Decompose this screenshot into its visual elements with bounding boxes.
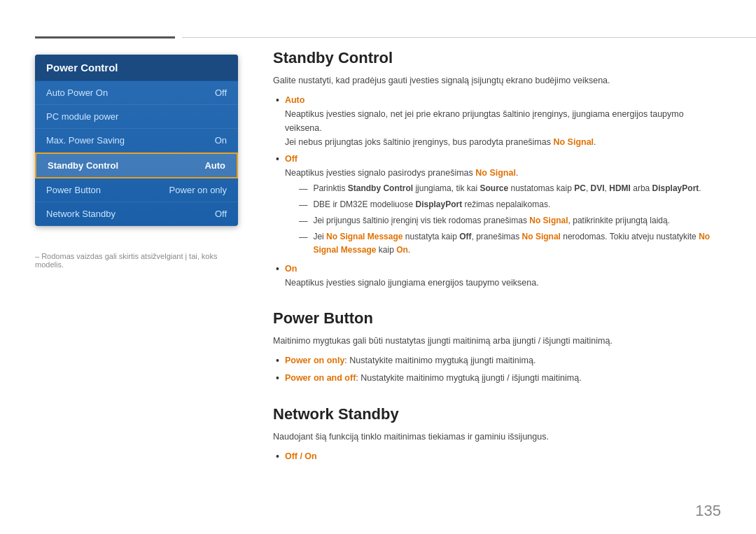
menu-value-max-power-saving: On	[215, 135, 227, 146]
menu-label-auto-power-on: Auto Power On	[46, 87, 108, 98]
menu-label-pc-module: PC module power	[46, 111, 118, 122]
bullet-dot-power-on-off: •	[276, 371, 279, 386]
top-lines	[0, 36, 756, 38]
bullet-power-on-off: • Power on and off: Nustatykite maitinim…	[273, 371, 721, 386]
bullet-label-on: On	[285, 264, 297, 274]
section-network-standby: Network Standby Naudojant šią funkciją t…	[273, 405, 721, 464]
bullet-label-auto: Auto	[285, 95, 304, 105]
dash-content-2: DBE ir DM32E modeliuose DisplayPort reži…	[313, 198, 550, 211]
dash-mark-3: ―	[299, 214, 308, 228]
menu-value-standby-control: Auto	[204, 160, 225, 171]
standby-control-title: Standby Control	[273, 49, 721, 67]
bullet-text-off-1: Neaptikus įvesties signalo pasirodys pra…	[285, 168, 475, 178]
bullet-text-auto-2: Jei nebus prijungtas joks šaltinio įreng…	[285, 137, 554, 147]
power-button-desc: Maitinimo mygtukas gali būti nustatytas …	[273, 335, 721, 348]
power-on-only-text: : Nustatykite maitinimo mygtuką įjungti …	[344, 356, 536, 365]
menu-label-network-standby: Network Standby	[46, 209, 115, 219]
bullet-content-auto: Auto Neaptikus įvesties signalo, net jei…	[285, 93, 721, 149]
section-standby-control: Standby Control Galite nustatyti, kad pr…	[273, 49, 721, 290]
dash-content-1: Parinktis Standby Control įjungiama, tik…	[313, 182, 701, 195]
menu-item-max-power-saving[interactable]: Max. Power Saving On	[35, 129, 238, 153]
menu-item-pc-module[interactable]: PC module power	[35, 105, 238, 129]
menu-item-power-button[interactable]: Power Button Power on only	[35, 178, 238, 202]
bullet-dot-off: •	[276, 152, 279, 167]
standby-control-desc: Galite nustatyti, kad pradėjus gauti įve…	[273, 74, 721, 87]
power-on-off-text: : Nustatykite maitinimo mygtuką įjungti …	[356, 373, 581, 383]
menu-label-standby-control: Standby Control	[48, 160, 118, 171]
power-control-menu: Power Control Auto Power On Off PC modul…	[35, 55, 238, 226]
bullet-off: • Off Neaptikus įvesties signalo pasirod…	[273, 152, 721, 259]
dash-mark-2: ―	[299, 198, 308, 212]
dash-content-3: Jei prijungus šaltinio įrenginį vis tiek…	[313, 214, 670, 227]
bullet-off-on: • Off / On	[273, 449, 721, 464]
bullet-content-off-on: Off / On	[285, 449, 317, 463]
top-line-dark	[35, 36, 175, 38]
bullet-content-on: On Neaptikus įvesties signalo įjungiama …	[285, 262, 539, 290]
menu-item-network-standby[interactable]: Network Standby Off	[35, 202, 238, 226]
dash-mark-1: ―	[299, 182, 308, 196]
no-signal-highlight-1: No Signal	[553, 137, 594, 147]
bullet-text-on: Neaptikus įvesties signalo įjungiama ene…	[285, 278, 539, 288]
dash-mark-4: ―	[299, 230, 308, 244]
menu-item-auto-power-on[interactable]: Auto Power On Off	[35, 81, 238, 105]
top-line-light	[182, 37, 756, 38]
bullet-content-power-on-off: Power on and off: Nustatykite maitinimo …	[285, 371, 582, 385]
bullet-dot-off-on: •	[276, 449, 279, 464]
off-on-label: Off / On	[285, 451, 317, 461]
bullet-on: • On Neaptikus įvesties signalo įjungiam…	[273, 262, 721, 290]
bullet-dot-power-on-only: •	[276, 353, 279, 368]
bullet-label-off: Off	[285, 154, 298, 164]
menu-title: Power Control	[35, 55, 238, 81]
no-signal-highlight-2: No Signal	[475, 168, 516, 178]
network-standby-desc: Naudojant šią funkciją tinklo maitinimas…	[273, 430, 721, 444]
dash-2: ― DBE ir DM32E modeliuose DisplayPort re…	[285, 198, 721, 212]
sidebar-note: – Rodomas vaizdas gali skirtis atsižvelg…	[35, 252, 238, 269]
bullet-dot-auto: •	[276, 93, 279, 108]
section-power-button: Power Button Maitinimo mygtukas gali būt…	[273, 309, 721, 386]
dash-content-4: Jei No Signal Message nustatyta kaip Off…	[313, 230, 721, 257]
menu-value-power-button: Power on only	[169, 185, 227, 195]
main-content: Standby Control Galite nustatyti, kad pr…	[273, 49, 721, 499]
menu-value-network-standby: Off	[215, 209, 227, 219]
power-button-title: Power Button	[273, 309, 721, 328]
dash-1: ― Parinktis Standby Control įjungiama, t…	[285, 182, 721, 196]
menu-label-max-power-saving: Max. Power Saving	[46, 135, 125, 146]
menu-label-power-button: Power Button	[46, 185, 101, 195]
page-number: 135	[695, 502, 721, 520]
bullet-content-power-on-only: Power on only: Nustatykite maitinimo myg…	[285, 353, 536, 367]
bullet-text-auto-2b: .	[594, 137, 596, 147]
power-on-only-label: Power on only	[285, 356, 344, 365]
bullet-text-off-1b: .	[516, 168, 518, 178]
dash-3: ― Jei prijungus šaltinio įrenginį vis ti…	[285, 214, 721, 228]
bullet-text-auto-1: Neaptikus įvesties signalo, net jei prie…	[285, 109, 684, 133]
menu-value-auto-power-on: Off	[215, 87, 227, 98]
bullet-auto: • Auto Neaptikus įvesties signalo, net j…	[273, 93, 721, 149]
power-on-off-label: Power on and off	[285, 373, 356, 383]
bullet-power-on-only: • Power on only: Nustatykite maitinimo m…	[273, 353, 721, 368]
bullet-content-off: Off Neaptikus įvesties signalo pasirodys…	[285, 152, 721, 259]
bullet-dot-on: •	[276, 262, 279, 276]
network-standby-title: Network Standby	[273, 405, 721, 423]
dash-4: ― Jei No Signal Message nustatyta kaip O…	[285, 230, 721, 257]
menu-item-standby-control[interactable]: Standby Control Auto	[35, 153, 238, 178]
